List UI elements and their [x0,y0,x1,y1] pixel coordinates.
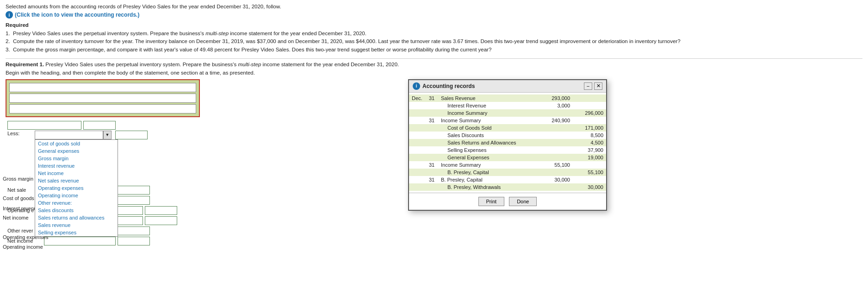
col-desc: Sales Revenue [438,94,539,102]
req1-text: Requirement 1. Presley Video Sales uses … [6,62,862,67]
intro-text: Selected amounts from the accounting rec… [6,4,862,9]
row3-input-3[interactable] [145,216,177,225]
info-link[interactable]: i (Click the icon to view the accounting… [6,11,862,19]
acct-row-6: Sales Discounts 8,500 [409,132,606,139]
req-item-2: 2. Compute the rate of inventory turnove… [6,38,862,45]
col-num: 31 [425,94,438,102]
dropdown-item-interest-rev[interactable]: Interest revenue [35,162,118,170]
acct-row-2: Interest Revenue 3,000 [409,102,606,109]
modal-body: Dec. 31 Sales Revenue 293,000 Interest R… [409,93,606,193]
acct-row-9: General Expenses 19,000 [409,154,606,161]
net-income-input[interactable] [44,237,116,245]
gross-margin-label-ref: Gross margin [3,176,33,182]
dropdown-item-net-income[interactable]: Net income [35,170,118,177]
dropdown-item-gen-exp[interactable]: General expenses [35,147,118,155]
req-item-1: 1. Presley Video Sales uses the perpetua… [6,30,862,38]
modal-close-button[interactable]: ✕ [594,82,602,90]
acct-row-7: Sales Returns and Allowances 4,500 [409,139,606,146]
less-amount[interactable] [115,131,148,139]
row2-input-2[interactable] [118,196,150,205]
modal-footer: Print Done [409,193,606,210]
acct-row-4: 31 Income Summary 240,900 [409,117,606,124]
net-income-label-ref: Net income [3,215,29,220]
col-debit: 293,000 [539,94,573,102]
required-title: Required [6,22,862,28]
acct-row-10: 31 Income Summary 55,100 [409,161,606,169]
op-income-label-ref: Operating income [3,244,43,250]
dropdown-item-cogs[interactable]: Cost of goods sold [35,140,118,147]
print-button[interactable]: Print [478,197,505,206]
acct-row-13: B. Presley, Withdrawals 30,000 [409,183,606,191]
modal-info-icon: i [413,82,420,90]
dropdown-item-other-rev[interactable]: Other revenue: [35,199,118,207]
modal-header: i Accounting records − ✕ [409,80,606,93]
acct-row-5: Cost of Goods Sold 171,000 [409,124,606,132]
heading-box [6,79,200,117]
dropdown-item-sales-disc[interactable]: Sales discounts [35,207,118,214]
op-input-right[interactable] [145,206,177,215]
heading-input-2[interactable] [9,94,196,103]
dropdown-list: Cost of goods sold General expenses Gros… [35,139,118,237]
acct-row-8: Selling Expenses 37,900 [409,146,606,154]
dropdown-item-gross-margin[interactable]: Gross margin [35,155,118,162]
left-panel: Less: ▼ Cost of goods sold General expen… [6,79,200,247]
done-button[interactable]: Done [509,197,537,206]
dropdown-item-op-exp[interactable]: Operating expenses [35,184,118,192]
req-item-3: 3. Compute the gross margin percentage, … [6,46,862,54]
heading-input-3[interactable] [9,104,196,113]
less-select-input[interactable] [35,131,103,139]
dropdown-item-op-income[interactable]: Operating income [35,192,118,199]
net-income-amount[interactable] [118,237,150,245]
dropdown-item-sales-rev[interactable]: Sales revenue [35,221,118,229]
acct-row-1: Dec. 31 Sales Revenue 293,000 [409,94,606,102]
modal-minimize-button[interactable]: − [584,82,592,90]
col-date: Dec. [409,94,425,102]
modal-title-text: Accounting records [422,83,475,89]
other-rev-amount[interactable] [118,226,150,235]
net-sales-input-2[interactable] [118,186,150,195]
dropdown-item-sales-ret[interactable]: Sales returns and allowances [35,214,118,221]
col-credit [573,94,606,102]
acct-row-3: Income Summary 296,000 [409,109,606,117]
link-text: (Click the icon to view the accounting r… [15,12,139,18]
begin-text: Begin with the heading, and then complet… [6,70,862,75]
dropdown-arrow[interactable]: ▼ [103,131,112,139]
row-input-1a[interactable] [7,121,81,130]
info-icon: i [6,11,13,19]
heading-input-1[interactable] [9,83,196,92]
accounting-table: Dec. 31 Sales Revenue 293,000 Interest R… [409,94,606,191]
less-label: Less: [7,131,33,136]
interest-rev-label-ref: Interest revenue [3,206,40,211]
acct-row-12: 31 B. Presley, Capital 30,000 [409,176,606,183]
acct-row-11: B. Presley, Capital 55,100 [409,169,606,176]
dropdown-item-selling-exp[interactable]: Selling expenses [35,229,118,236]
modal-controls: − ✕ [584,82,602,90]
modal-title: i Accounting records [413,82,475,90]
dropdown-item-net-sales[interactable]: Net sales revenue [35,177,118,184]
accounting-modal: i Accounting records − ✕ Dec. 31 Sales R… [408,79,607,211]
row-input-1b[interactable] [83,121,116,130]
